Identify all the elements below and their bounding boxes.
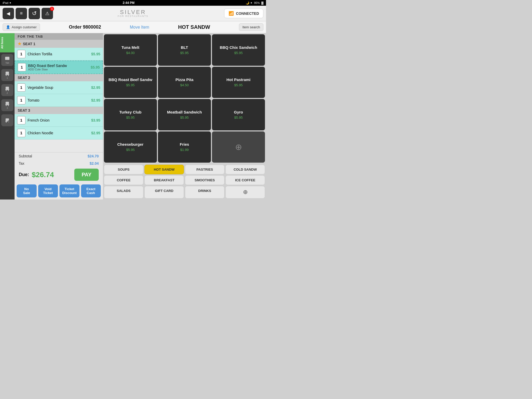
- menu-item-tuna-melt[interactable]: Tuna Melt $4.00: [104, 34, 157, 66]
- svg-rect-6: [5, 89, 9, 90]
- svg-rect-9: [6, 102, 9, 104]
- left-sidebar: All Items Tab 1 2 3 +: [0, 33, 15, 200]
- status-right: 🌙 ✦ 95% ▓: [246, 1, 263, 5]
- tax-label: Tax: [19, 161, 24, 165]
- alert-button[interactable]: ⚠ 1: [42, 8, 53, 19]
- seat-1-label: SEAT 1: [23, 42, 35, 46]
- order-item-selected[interactable]: 1 BBQ Roast Beef Sandw ADD Cole Slaw $5.…: [15, 61, 103, 74]
- status-left: iPad ✦: [3, 1, 11, 5]
- svg-rect-5: [6, 87, 9, 89]
- order-item[interactable]: 1 Vegetable Soup $2.95: [15, 81, 103, 94]
- category-tabs: SOUPS HOT SANDW PASTRIES COLD SANDW: [103, 164, 266, 175]
- tax-amount: $2.04: [90, 161, 99, 165]
- cat-hot-sandw[interactable]: HOT SANDW: [144, 165, 184, 174]
- seat1-icon: [4, 71, 10, 76]
- menu-item-price: $5.95: [126, 83, 135, 87]
- menu-item-name: Meatball Sandwich: [167, 110, 202, 115]
- menu-item-fries[interactable]: Fries $1.99: [158, 131, 211, 163]
- cat-cold-sandw[interactable]: COLD SANDW: [225, 165, 265, 174]
- menu-item-bbq-roast[interactable]: BBQ Roast Beef Sandw $5.95: [104, 67, 157, 98]
- assign-customer-button[interactable]: 👤 Assign customer: [3, 23, 40, 31]
- refresh-button[interactable]: ↺: [29, 8, 40, 19]
- item-qty: 1: [17, 83, 25, 92]
- move-item-button[interactable]: Move Item: [130, 25, 149, 30]
- menu-item-bbq-chix[interactable]: BBQ Chix Sandwich $5.95: [212, 34, 265, 66]
- tax-row: Tax $2.04: [15, 160, 103, 167]
- menu-item-name: Turkey Club: [119, 110, 142, 115]
- sidebar-tab[interactable]: Tab: [1, 54, 13, 66]
- cat-salads[interactable]: SALADS: [104, 186, 143, 198]
- order-item[interactable]: 1 Chicken Noodle $2.95: [15, 127, 103, 139]
- svg-rect-8: [8, 90, 9, 91]
- order-item[interactable]: 1 French Onion $3.95: [15, 114, 103, 127]
- menu-item-blt[interactable]: BLT $5.95: [158, 34, 211, 66]
- connected-button[interactable]: 📶 CONNECTED: [224, 9, 263, 18]
- cat-drinks[interactable]: DRINKS: [185, 186, 224, 198]
- item-price: $2.95: [91, 85, 100, 90]
- no-sale-button[interactable]: NoSale: [17, 184, 37, 197]
- order-item[interactable]: 1 Tomato $2.95: [15, 94, 103, 107]
- menu-item-price: $1.99: [180, 148, 189, 152]
- menu-item-cheeseburger[interactable]: Cheeseburger $5.95: [104, 131, 157, 163]
- item-qty: 1: [17, 50, 25, 58]
- cat-smoothies[interactable]: SMOOTHIES: [185, 175, 224, 185]
- svg-rect-0: [5, 57, 10, 60]
- cat-ice-coffee[interactable]: ICE COFFEE: [225, 175, 265, 185]
- right-panel: Tuna Melt $4.00 BLT $5.95 BBQ Chix Sandw…: [103, 33, 266, 200]
- sidebar-seat-2[interactable]: 2: [1, 84, 13, 96]
- sidebar-seat-3[interactable]: 3: [1, 99, 13, 111]
- svg-rect-2: [5, 74, 9, 75]
- menu-button[interactable]: ≡: [16, 8, 27, 19]
- menu-item-price: $5.95: [180, 51, 189, 55]
- due-amount: $26.74: [32, 171, 72, 179]
- order-list-scroll[interactable]: FOR THE TAB ★ SEAT 1 1 Chicken Tortilla …: [15, 33, 103, 152]
- exact-cash-button[interactable]: ExactCash: [81, 184, 101, 197]
- order-item[interactable]: 1 Chicken Tortilla $5.95: [15, 48, 103, 61]
- wifi-icon: 📶: [229, 11, 234, 16]
- cat-soups[interactable]: SOUPS: [104, 165, 143, 174]
- back-button[interactable]: ◀: [3, 8, 14, 19]
- cat-pastries[interactable]: PASTRIES: [185, 165, 224, 174]
- cat-breakfast[interactable]: BREAKFAST: [144, 175, 184, 185]
- svg-rect-10: [5, 104, 9, 105]
- seat1-label: 1: [6, 77, 8, 79]
- refresh-icon: ↺: [32, 10, 37, 17]
- menu-item-gyro[interactable]: Gyro $5.95: [212, 99, 265, 130]
- menu-item-name: Tuna Melt: [122, 45, 139, 50]
- svg-text:+: +: [8, 121, 9, 123]
- menu-grid: Tuna Melt $4.00 BLT $5.95 BBQ Chix Sandw…: [103, 33, 266, 164]
- sidebar-all-items[interactable]: All Items: [0, 33, 15, 52]
- seat-1-star: ★: [18, 41, 21, 46]
- menu-item-turkey-club[interactable]: Turkey Club $5.95: [104, 99, 157, 130]
- sidebar-add-seat[interactable]: +: [1, 114, 13, 126]
- svg-rect-1: [6, 72, 9, 74]
- item-price: $5.95: [91, 52, 100, 56]
- ticket-discount-button[interactable]: TicketDiscount: [59, 184, 79, 197]
- menu-item-name: Fries: [180, 142, 189, 147]
- menu-item-hot-pastrami[interactable]: Hot Pastrami $5.95: [212, 67, 265, 98]
- toolbar: ◀ ≡ ↺ ⚠ 1 SILVER FOR RESTAURANTS 📶 CONNE…: [0, 6, 266, 21]
- sidebar-seat-1[interactable]: 1: [1, 69, 13, 81]
- cat-gift-card[interactable]: GIFT CARD: [144, 186, 184, 198]
- item-search-button[interactable]: Item search: [239, 23, 263, 31]
- menu-item-meatball[interactable]: Meatball Sandwich $5.95: [158, 99, 211, 130]
- alert-badge: 1: [50, 7, 54, 11]
- item-name: Tomato: [28, 98, 89, 102]
- seat-2-header: SEAT 2: [15, 74, 103, 81]
- seat3-icon: [4, 101, 10, 107]
- cat-add-button[interactable]: ⊕: [225, 186, 265, 198]
- item-name: Vegetable Soup: [28, 85, 89, 90]
- pay-button[interactable]: PAY: [74, 169, 99, 181]
- back-icon: ◀: [6, 11, 10, 16]
- menu-item-name: Cheeseburger: [117, 142, 144, 147]
- secondary-header: 👤 Assign customer Order 9800002 Move Ite…: [0, 21, 266, 33]
- item-name: Chicken Noodle: [28, 131, 89, 135]
- menu-item-pizza-pita[interactable]: Pizza Pita $4.50: [158, 67, 211, 98]
- battery-bar: ▓: [261, 1, 263, 4]
- add-menu-item-button[interactable]: ⊕: [212, 131, 265, 163]
- cat-coffee[interactable]: COFFEE: [104, 175, 143, 185]
- logo-sub-text: FOR RESTAURANTS: [118, 15, 148, 17]
- menu-icon: ≡: [20, 11, 23, 16]
- menu-item-name: Hot Pastrami: [227, 77, 251, 82]
- void-ticket-button[interactable]: VoidTicket: [38, 184, 58, 197]
